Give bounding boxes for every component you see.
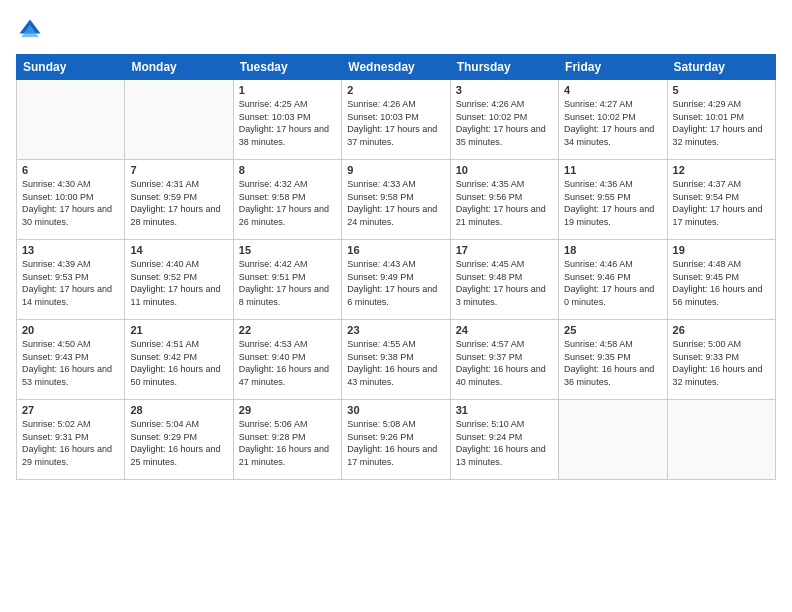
calendar-header-row: SundayMondayTuesdayWednesdayThursdayFrid… — [17, 55, 776, 80]
day-number: 9 — [347, 164, 444, 176]
day-info: Sunrise: 4:33 AM Sunset: 9:58 PM Dayligh… — [347, 178, 444, 228]
day-info: Sunrise: 4:31 AM Sunset: 9:59 PM Dayligh… — [130, 178, 227, 228]
logo-icon — [16, 16, 44, 44]
day-info: Sunrise: 4:37 AM Sunset: 9:54 PM Dayligh… — [673, 178, 770, 228]
day-info: Sunrise: 4:53 AM Sunset: 9:40 PM Dayligh… — [239, 338, 336, 388]
day-number: 18 — [564, 244, 661, 256]
day-number: 12 — [673, 164, 770, 176]
day-number: 2 — [347, 84, 444, 96]
calendar-cell: 6Sunrise: 4:30 AM Sunset: 10:00 PM Dayli… — [17, 160, 125, 240]
calendar-cell: 15Sunrise: 4:42 AM Sunset: 9:51 PM Dayli… — [233, 240, 341, 320]
header — [16, 16, 776, 44]
day-number: 24 — [456, 324, 553, 336]
calendar-header-friday: Friday — [559, 55, 667, 80]
day-info: Sunrise: 4:55 AM Sunset: 9:38 PM Dayligh… — [347, 338, 444, 388]
calendar-cell: 21Sunrise: 4:51 AM Sunset: 9:42 PM Dayli… — [125, 320, 233, 400]
calendar-cell: 4Sunrise: 4:27 AM Sunset: 10:02 PM Dayli… — [559, 80, 667, 160]
calendar-cell — [125, 80, 233, 160]
calendar-cell: 22Sunrise: 4:53 AM Sunset: 9:40 PM Dayli… — [233, 320, 341, 400]
calendar-cell: 25Sunrise: 4:58 AM Sunset: 9:35 PM Dayli… — [559, 320, 667, 400]
calendar-week-4: 20Sunrise: 4:50 AM Sunset: 9:43 PM Dayli… — [17, 320, 776, 400]
calendar-cell: 5Sunrise: 4:29 AM Sunset: 10:01 PM Dayli… — [667, 80, 775, 160]
day-info: Sunrise: 5:02 AM Sunset: 9:31 PM Dayligh… — [22, 418, 119, 468]
calendar-cell: 10Sunrise: 4:35 AM Sunset: 9:56 PM Dayli… — [450, 160, 558, 240]
day-info: Sunrise: 5:08 AM Sunset: 9:26 PM Dayligh… — [347, 418, 444, 468]
calendar-cell: 20Sunrise: 4:50 AM Sunset: 9:43 PM Dayli… — [17, 320, 125, 400]
day-number: 15 — [239, 244, 336, 256]
calendar-cell: 31Sunrise: 5:10 AM Sunset: 9:24 PM Dayli… — [450, 400, 558, 480]
calendar-header-sunday: Sunday — [17, 55, 125, 80]
day-number: 19 — [673, 244, 770, 256]
day-number: 30 — [347, 404, 444, 416]
day-number: 27 — [22, 404, 119, 416]
calendar-cell: 14Sunrise: 4:40 AM Sunset: 9:52 PM Dayli… — [125, 240, 233, 320]
calendar-week-5: 27Sunrise: 5:02 AM Sunset: 9:31 PM Dayli… — [17, 400, 776, 480]
day-info: Sunrise: 4:57 AM Sunset: 9:37 PM Dayligh… — [456, 338, 553, 388]
day-info: Sunrise: 4:46 AM Sunset: 9:46 PM Dayligh… — [564, 258, 661, 308]
calendar-week-1: 1Sunrise: 4:25 AM Sunset: 10:03 PM Dayli… — [17, 80, 776, 160]
calendar: SundayMondayTuesdayWednesdayThursdayFrid… — [16, 54, 776, 480]
calendar-cell: 12Sunrise: 4:37 AM Sunset: 9:54 PM Dayli… — [667, 160, 775, 240]
day-number: 29 — [239, 404, 336, 416]
calendar-header-monday: Monday — [125, 55, 233, 80]
day-number: 22 — [239, 324, 336, 336]
logo — [16, 16, 48, 44]
day-number: 4 — [564, 84, 661, 96]
day-info: Sunrise: 4:58 AM Sunset: 9:35 PM Dayligh… — [564, 338, 661, 388]
calendar-header-wednesday: Wednesday — [342, 55, 450, 80]
day-number: 16 — [347, 244, 444, 256]
day-number: 25 — [564, 324, 661, 336]
day-info: Sunrise: 4:32 AM Sunset: 9:58 PM Dayligh… — [239, 178, 336, 228]
day-info: Sunrise: 4:51 AM Sunset: 9:42 PM Dayligh… — [130, 338, 227, 388]
day-number: 1 — [239, 84, 336, 96]
day-info: Sunrise: 4:45 AM Sunset: 9:48 PM Dayligh… — [456, 258, 553, 308]
day-info: Sunrise: 4:27 AM Sunset: 10:02 PM Daylig… — [564, 98, 661, 148]
calendar-cell: 2Sunrise: 4:26 AM Sunset: 10:03 PM Dayli… — [342, 80, 450, 160]
day-info: Sunrise: 4:42 AM Sunset: 9:51 PM Dayligh… — [239, 258, 336, 308]
calendar-cell — [667, 400, 775, 480]
day-number: 17 — [456, 244, 553, 256]
day-number: 20 — [22, 324, 119, 336]
day-number: 8 — [239, 164, 336, 176]
calendar-cell: 9Sunrise: 4:33 AM Sunset: 9:58 PM Daylig… — [342, 160, 450, 240]
day-info: Sunrise: 4:30 AM Sunset: 10:00 PM Daylig… — [22, 178, 119, 228]
calendar-cell: 3Sunrise: 4:26 AM Sunset: 10:02 PM Dayli… — [450, 80, 558, 160]
calendar-cell: 23Sunrise: 4:55 AM Sunset: 9:38 PM Dayli… — [342, 320, 450, 400]
day-number: 31 — [456, 404, 553, 416]
day-info: Sunrise: 4:39 AM Sunset: 9:53 PM Dayligh… — [22, 258, 119, 308]
day-number: 13 — [22, 244, 119, 256]
calendar-cell: 19Sunrise: 4:48 AM Sunset: 9:45 PM Dayli… — [667, 240, 775, 320]
calendar-week-2: 6Sunrise: 4:30 AM Sunset: 10:00 PM Dayli… — [17, 160, 776, 240]
calendar-cell: 1Sunrise: 4:25 AM Sunset: 10:03 PM Dayli… — [233, 80, 341, 160]
day-info: Sunrise: 4:26 AM Sunset: 10:03 PM Daylig… — [347, 98, 444, 148]
day-info: Sunrise: 5:00 AM Sunset: 9:33 PM Dayligh… — [673, 338, 770, 388]
day-number: 21 — [130, 324, 227, 336]
day-number: 11 — [564, 164, 661, 176]
day-info: Sunrise: 4:35 AM Sunset: 9:56 PM Dayligh… — [456, 178, 553, 228]
calendar-header-tuesday: Tuesday — [233, 55, 341, 80]
day-number: 28 — [130, 404, 227, 416]
calendar-header-saturday: Saturday — [667, 55, 775, 80]
calendar-cell: 13Sunrise: 4:39 AM Sunset: 9:53 PM Dayli… — [17, 240, 125, 320]
calendar-cell: 28Sunrise: 5:04 AM Sunset: 9:29 PM Dayli… — [125, 400, 233, 480]
day-number: 7 — [130, 164, 227, 176]
day-info: Sunrise: 4:29 AM Sunset: 10:01 PM Daylig… — [673, 98, 770, 148]
day-number: 10 — [456, 164, 553, 176]
day-info: Sunrise: 4:25 AM Sunset: 10:03 PM Daylig… — [239, 98, 336, 148]
day-info: Sunrise: 4:26 AM Sunset: 10:02 PM Daylig… — [456, 98, 553, 148]
calendar-cell: 24Sunrise: 4:57 AM Sunset: 9:37 PM Dayli… — [450, 320, 558, 400]
day-info: Sunrise: 5:06 AM Sunset: 9:28 PM Dayligh… — [239, 418, 336, 468]
day-info: Sunrise: 4:36 AM Sunset: 9:55 PM Dayligh… — [564, 178, 661, 228]
calendar-cell: 7Sunrise: 4:31 AM Sunset: 9:59 PM Daylig… — [125, 160, 233, 240]
calendar-cell — [17, 80, 125, 160]
calendar-cell: 16Sunrise: 4:43 AM Sunset: 9:49 PM Dayli… — [342, 240, 450, 320]
calendar-cell — [559, 400, 667, 480]
calendar-cell: 27Sunrise: 5:02 AM Sunset: 9:31 PM Dayli… — [17, 400, 125, 480]
day-info: Sunrise: 5:04 AM Sunset: 9:29 PM Dayligh… — [130, 418, 227, 468]
calendar-week-3: 13Sunrise: 4:39 AM Sunset: 9:53 PM Dayli… — [17, 240, 776, 320]
calendar-cell: 29Sunrise: 5:06 AM Sunset: 9:28 PM Dayli… — [233, 400, 341, 480]
day-number: 14 — [130, 244, 227, 256]
day-number: 26 — [673, 324, 770, 336]
day-number: 6 — [22, 164, 119, 176]
day-info: Sunrise: 4:40 AM Sunset: 9:52 PM Dayligh… — [130, 258, 227, 308]
